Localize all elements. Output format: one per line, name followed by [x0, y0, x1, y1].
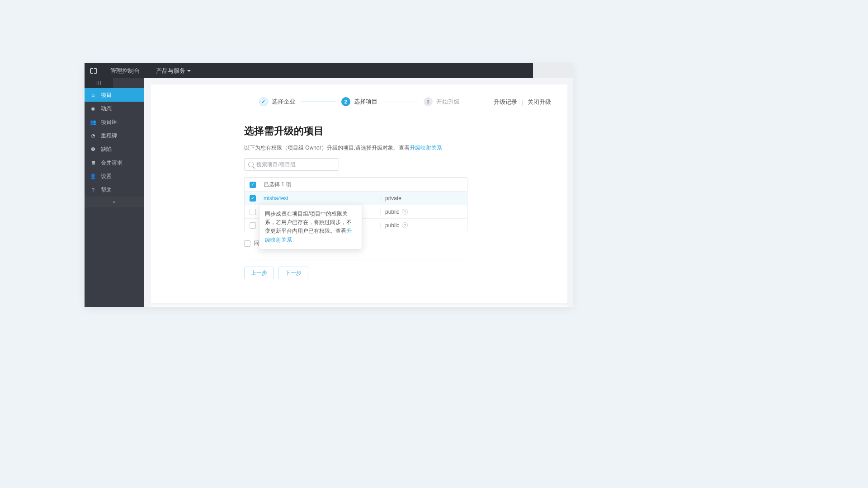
- header-right-blank: [533, 63, 573, 78]
- selected-count-label: 已选择 1 项: [261, 181, 380, 188]
- step-label: 开始升级: [436, 98, 460, 106]
- nav-console-label: 管理控制台: [110, 67, 140, 75]
- step-connector: [301, 102, 336, 102]
- dash-icon: ◉: [90, 105, 96, 112]
- table-row: ✓misha/testprivate: [245, 191, 467, 205]
- sidebar-item-label: 缺陷: [101, 145, 112, 153]
- sidebar-item-7[interactable]: ?帮助: [85, 183, 144, 197]
- chevron-down-icon: [187, 70, 191, 72]
- project-table: 同步成员在项目组/项目中的权限关系，若用户已存在，将跳过同步，不变更新平台内用户…: [244, 177, 467, 232]
- row-visibility: public?: [380, 209, 467, 215]
- sidebar-collapse[interactable]: «: [85, 197, 144, 207]
- top-header: 管理控制台 产品与服务: [85, 63, 573, 78]
- sidebar-item-1[interactable]: ◉动态: [85, 102, 144, 115]
- search-icon: [248, 162, 254, 167]
- step-circle: 2: [341, 97, 350, 106]
- sidebar-item-2[interactable]: 👥项目组: [85, 115, 144, 129]
- row-visibility: private: [380, 195, 467, 202]
- sidebar-item-label: 设置: [101, 173, 112, 180]
- help-icon[interactable]: ?: [402, 209, 408, 215]
- clock-icon: ◔: [90, 132, 96, 139]
- sidebar-item-5[interactable]: ≣合并请求: [85, 156, 144, 169]
- sidebar-item-label: 动态: [101, 105, 112, 113]
- row-visibility: public?: [380, 222, 467, 229]
- logo-icon: [90, 68, 97, 74]
- divider: [244, 259, 467, 259]
- sync-tooltip: 同步成员在项目组/项目中的权限关系，若用户已存在，将跳过同步，不变更新平台内用户…: [259, 205, 362, 249]
- step-circle: 3: [424, 97, 433, 106]
- prev-button[interactable]: 上一步: [244, 267, 274, 279]
- step-3: 3开始升级: [424, 97, 460, 106]
- help-icon: ?: [90, 187, 96, 193]
- search-box[interactable]: [244, 158, 339, 171]
- sidebar-item-4[interactable]: ❶缺陷: [85, 142, 144, 156]
- sidebar: III ⌂项目◉动态👥项目组◔里程碑❶缺陷≣合并请求👤设置?帮助 «: [85, 78, 144, 307]
- sidebar-item-label: 项目: [101, 91, 112, 99]
- main-area: 升级记录 | 关闭升级 ✓选择企业2选择项目3开始升级 选择需升级的项目 以下为…: [144, 78, 573, 307]
- home-icon: ⌂: [90, 92, 96, 98]
- table-header-row: ✓已选择 1 项: [245, 178, 467, 191]
- logo[interactable]: [85, 68, 102, 74]
- step-label: 选择企业: [272, 98, 295, 106]
- sidebar-item-0[interactable]: ⌂项目: [85, 88, 144, 102]
- row-checkbox[interactable]: ✓: [250, 195, 256, 202]
- step-circle: ✓: [259, 97, 268, 106]
- help-icon[interactable]: ?: [402, 222, 408, 228]
- step-1: ✓选择企业: [259, 97, 295, 106]
- select-all-checkbox[interactable]: ✓: [250, 182, 256, 188]
- content-card: 升级记录 | 关闭升级 ✓选择企业2选择项目3开始升级 选择需升级的项目 以下为…: [151, 84, 567, 307]
- sidebar-item-6[interactable]: 👤设置: [85, 169, 144, 183]
- check-icon: ✓: [261, 99, 265, 105]
- chevron-left-icon: «: [113, 199, 116, 205]
- search-input[interactable]: [256, 161, 335, 168]
- row-checkbox[interactable]: [250, 222, 256, 229]
- merge-icon: ≣: [90, 160, 96, 166]
- next-button[interactable]: 下一步: [278, 267, 308, 279]
- sync-members-checkbox[interactable]: [244, 240, 250, 247]
- wizard-buttons: 上一步 下一步: [244, 267, 551, 279]
- step-label: 选择项目: [354, 98, 377, 106]
- sidebar-stripe[interactable]: III: [85, 78, 113, 88]
- sidebar-item-label: 项目组: [101, 118, 117, 126]
- row-name[interactable]: misha/test: [261, 195, 380, 202]
- step-connector: [383, 102, 418, 102]
- link-mapping[interactable]: 升级映射关系: [410, 145, 442, 151]
- nav-products-label: 产品与服务: [156, 67, 185, 75]
- page-desc: 以下为您有权限（项目组 Owner）升级的项目,请选择升级对象。查看升级映射关系: [244, 144, 551, 152]
- sidebar-item-label: 里程碑: [101, 132, 117, 140]
- app-window: 管理控制台 产品与服务 III ⌂项目◉动态👥项目组◔里程碑❶缺陷≣合并请求👤设…: [85, 63, 573, 307]
- user-icon: 👤: [90, 173, 96, 179]
- page-title: 选择需升级的项目: [244, 124, 551, 138]
- wizard-steps: ✓选择企业2选择项目3开始升级: [167, 97, 551, 106]
- alert-icon: ❶: [90, 146, 96, 152]
- group-icon: 👥: [90, 119, 96, 125]
- step-2: 2选择项目: [341, 97, 377, 106]
- sidebar-item-3[interactable]: ◔里程碑: [85, 129, 144, 142]
- sidebar-item-label: 合并请求: [101, 159, 123, 167]
- nav-products[interactable]: 产品与服务: [148, 63, 199, 78]
- row-checkbox[interactable]: [250, 209, 256, 215]
- nav-console[interactable]: 管理控制台: [102, 63, 148, 78]
- sidebar-item-label: 帮助: [101, 186, 112, 194]
